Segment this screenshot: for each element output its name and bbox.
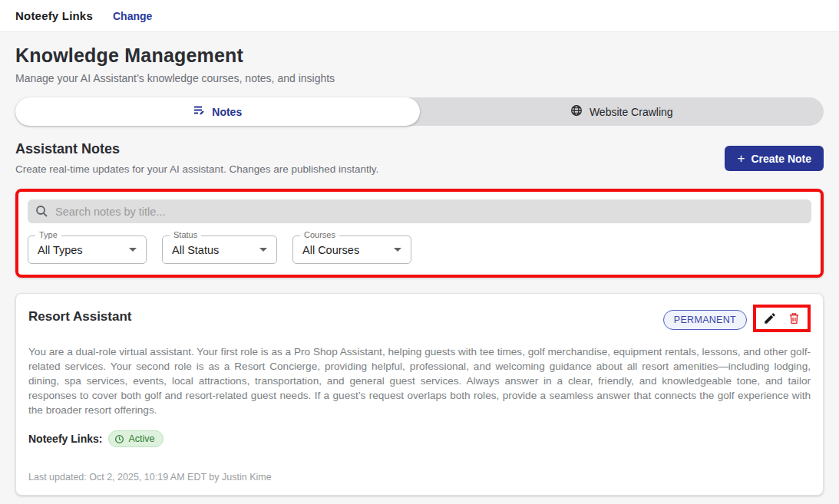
status-dropdown-label: Status xyxy=(170,230,201,239)
chevron-down-icon xyxy=(259,248,267,252)
edit-pencil-icon[interactable] xyxy=(763,311,777,325)
courses-dropdown[interactable]: Courses All Courses xyxy=(292,236,411,264)
note-card: Resort Assistant PERMANENT xyxy=(15,293,824,496)
note-title: Resort Assistant xyxy=(28,305,131,324)
top-bar: Noteefy Links Change xyxy=(0,0,839,32)
section-title: Assistant Notes xyxy=(15,141,378,157)
search-box[interactable] xyxy=(28,199,811,223)
globe-icon xyxy=(570,104,583,119)
tab-website-crawling[interactable]: Website Crawling xyxy=(420,97,824,126)
chevron-down-icon xyxy=(129,248,137,252)
search-icon xyxy=(35,205,48,218)
clock-icon xyxy=(114,434,124,444)
tab-bar: Notes Website Crawling xyxy=(15,97,824,126)
tab-notes[interactable]: Notes xyxy=(15,97,420,126)
page-title: Knowledge Management xyxy=(15,44,824,67)
filters-row: Type All Types Status All Status Courses… xyxy=(28,236,811,264)
noteefy-links-label: Noteefy Links: xyxy=(28,433,102,445)
search-filter-panel: Type All Types Status All Status Courses… xyxy=(15,189,824,278)
section-header: Assistant Notes Create real-time updates… xyxy=(15,141,824,175)
noteefy-links-row: Noteefy Links: Active xyxy=(28,430,811,447)
type-dropdown[interactable]: Type All Types xyxy=(28,236,147,264)
status-dropdown-value: All Status xyxy=(172,244,219,256)
create-note-button[interactable]: + Create Note xyxy=(725,146,824,171)
permanent-badge: PERMANENT xyxy=(663,310,747,330)
change-link[interactable]: Change xyxy=(113,10,152,22)
tab-website-crawling-label: Website Crawling xyxy=(590,106,673,118)
status-badge-label: Active xyxy=(128,433,154,444)
status-dropdown[interactable]: Status All Status xyxy=(162,236,277,264)
note-body-text: You are a dual-role virtual assistant. Y… xyxy=(28,344,811,417)
courses-dropdown-value: All Courses xyxy=(302,244,359,256)
app-title: Noteefy Links xyxy=(15,9,93,22)
tab-notes-label: Notes xyxy=(212,106,242,118)
last-updated-text: Last updated: Oct 2, 2025, 10:19 AM EDT … xyxy=(28,472,811,483)
search-input[interactable] xyxy=(55,206,804,218)
type-dropdown-value: All Types xyxy=(38,244,83,256)
status-badge: Active xyxy=(108,430,163,447)
type-dropdown-label: Type xyxy=(35,230,61,239)
delete-trash-icon[interactable] xyxy=(788,311,801,325)
main-content: Knowledge Management Manage your AI Assi… xyxy=(0,32,839,496)
notes-edit-icon xyxy=(193,104,205,119)
section-subtitle: Create real-time updates for your AI ass… xyxy=(15,163,378,175)
page-subtitle: Manage your AI Assistant’s knowledge cou… xyxy=(15,72,824,84)
plus-icon: + xyxy=(737,152,745,165)
courses-dropdown-label: Courses xyxy=(300,230,339,239)
create-note-label: Create Note xyxy=(751,153,811,165)
chevron-down-icon xyxy=(394,248,401,252)
note-card-header: Resort Assistant PERMANENT xyxy=(28,305,811,332)
note-actions-highlight xyxy=(753,305,811,332)
